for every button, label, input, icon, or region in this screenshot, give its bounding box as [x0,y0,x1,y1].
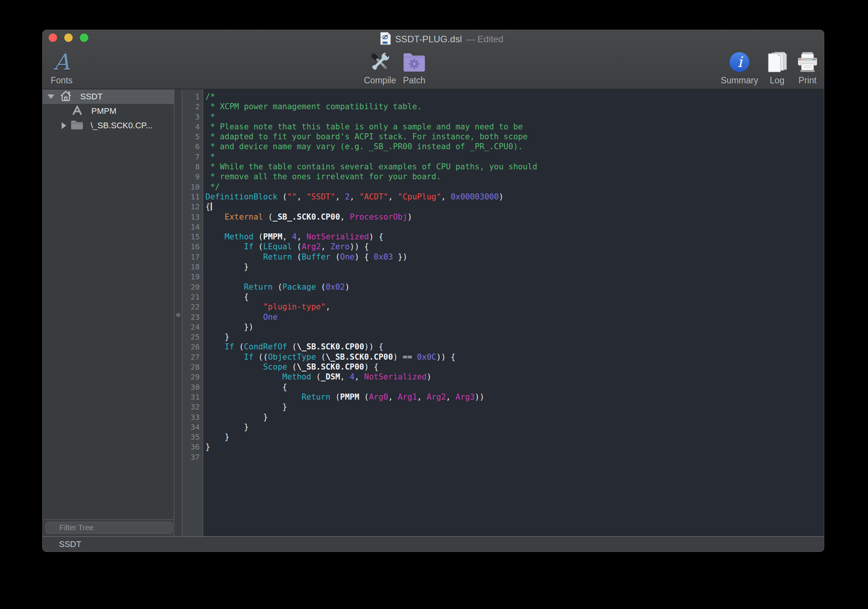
code-line [205,222,824,232]
line-number: 28 [182,362,200,372]
summary-info-icon: i [729,49,750,75]
line-number: 3 [182,112,200,122]
line-numbers: 1234567891011121314151617181920212223242… [182,89,203,462]
line-number: 36 [182,442,200,452]
line-number: 1 [182,92,200,102]
code-line: If ((ObjectType (\_SB.SCK0.CP00) == 0x0C… [205,352,824,362]
code-line: * adapted to fit your board's ACPI stack… [205,132,824,142]
patch-folder-gear-icon [402,49,426,75]
line-number: 14 [182,222,200,232]
print-button[interactable]: Print [779,49,824,86]
sidebar-item-pmpm[interactable]: PMPM [43,104,174,118]
code-line: * While the table contains several examp… [205,162,824,172]
filter-section [43,520,174,536]
code-lines: /* * XCPM power management compatibility… [203,89,824,462]
divider-handle[interactable] [176,313,180,317]
line-number: 33 [182,412,200,422]
window-title-group: SSDT-PLUG.dsl — Edited [380,32,504,46]
home-icon [60,90,72,103]
line-number: 4 [182,122,200,132]
sidebar-item-label: \_SB.SCK0.CP... [91,121,153,131]
print-label: Print [798,75,816,86]
line-number: 8 [182,162,200,172]
code-line: { [205,202,824,212]
line-number: 35 [182,432,200,442]
code-line: Scope (\_SB.SCK0.CP00) { [205,362,824,372]
code-line: * and device name may vary (e.g. _SB_.PR… [205,142,824,151]
sidebar-item-sb-sck0[interactable]: \_SB.SCK0.CP... [43,118,174,133]
patch-label: Patch [403,75,426,86]
code-line: Return (Buffer (One) { 0x03 }) [205,252,824,262]
code-line: Return (Package (0x02) [205,282,824,292]
line-number: 9 [182,172,200,182]
fonts-icon: A [54,49,70,75]
line-number: 25 [182,332,200,342]
patch-button[interactable]: Patch [386,49,443,86]
code-line: { [205,382,824,392]
code-line: If (CondRefOf (\_SB.SCK0.CP00)) { [205,342,824,352]
code-line: } [205,262,824,272]
code-line: } [205,442,824,452]
status-path: SSDT [59,539,81,549]
code-line: If (LEqual (Arg2, Zero)) { [205,242,824,252]
minimize-button[interactable] [64,33,73,42]
filter-tree-input[interactable] [45,522,173,534]
line-number: 6 [182,142,200,151]
disclosure-right-icon[interactable] [62,122,66,129]
code-line: Return (PMPM (Arg0, Arg1, Arg2, Arg3)) [205,392,824,402]
code-line: } [205,422,824,432]
line-number: 37 [182,452,200,462]
titlebar-toolbar: SSDT-PLUG.dsl — Edited A Fonts [43,30,824,89]
window-title: SSDT-PLUG.dsl [395,34,462,45]
code-line: } [205,402,824,412]
line-number: 5 [182,132,200,142]
line-number: 17 [182,252,200,262]
code-line: } [205,332,824,342]
line-number: 10 [182,182,200,192]
line-number: 23 [182,312,200,322]
code-line: Method (PMPM, 4, NotSerialized) { [205,232,824,242]
code-line: /* [205,92,824,102]
fonts-label: Fonts [51,75,73,86]
folder-icon [70,120,83,131]
code-line: One [205,312,824,322]
code-line: { [205,292,824,302]
code-line: External (_SB_.SCK0.CP00, ProcessorObj) [205,212,824,222]
line-number: 7 [182,152,200,162]
code-line: } [205,412,824,422]
zoom-button[interactable] [80,33,88,42]
line-number: 34 [182,422,200,432]
fonts-button[interactable]: A Fonts [42,49,90,86]
code-line [205,272,824,282]
line-number: 22 [182,302,200,312]
line-number: 31 [182,392,200,402]
disclosure-down-icon[interactable] [48,94,54,99]
status-bar: SSDT [43,536,824,552]
line-number: 20 [182,282,200,292]
line-number: 32 [182,402,200,412]
code-line: * [205,152,824,162]
code-line: */ [205,182,824,192]
split-divider[interactable] [175,89,182,536]
code-line: DefinitionBlock ("", "SSDT", 2, "ACDT", … [205,192,824,202]
line-number: 29 [182,372,200,382]
line-number: 15 [182,232,200,242]
line-number: 2 [182,102,200,112]
close-button[interactable] [49,33,57,42]
line-number: 19 [182,272,200,282]
line-number: 18 [182,262,200,272]
line-number-gutter: 1234567891011121314151617181920212223242… [182,89,203,536]
sidebar-item-label: PMPM [91,106,116,116]
code-editor[interactable]: /* * XCPM power management compatibility… [203,89,824,536]
code-line: * Please note that this table is only a … [205,122,824,132]
code-line: * [205,112,824,122]
acpi-tree: SSDT PMPM [43,89,174,520]
sidebar-item-ssdt[interactable]: SSDT [43,89,174,104]
desktop: SSDT-PLUG.dsl — Edited A Fonts [0,0,868,609]
code-line: * remove all the ones irrelevant for you… [205,172,824,182]
line-number: 27 [182,352,200,362]
sidebar-item-label: SSDT [80,92,103,102]
code-line [205,452,824,462]
code-line: } [205,432,824,442]
printer-icon [796,49,819,75]
